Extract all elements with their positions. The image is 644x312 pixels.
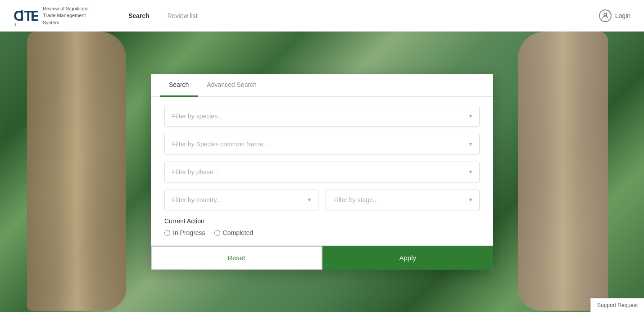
main-content: Search Advanced Search Filter by species… xyxy=(0,32,644,312)
radio-in-progress-label: In Progress xyxy=(173,229,205,236)
common-name-filter-wrapper: Filter by Species common Name... ▼ xyxy=(164,134,480,154)
country-filter[interactable]: Filter by country... xyxy=(164,190,318,210)
reset-button[interactable]: Reset xyxy=(151,246,322,270)
modal-tabs: Search Advanced Search xyxy=(151,74,493,97)
current-action-radio-group: In Progress Completed xyxy=(164,229,480,236)
app-title: Review of Significant Trade Management S… xyxy=(43,5,101,26)
tab-search[interactable]: Search xyxy=(160,74,198,97)
country-stage-row: Filter by country... ▼ Filter by stage..… xyxy=(164,190,480,217)
login-area[interactable]: Login xyxy=(599,9,630,22)
svg-point-4 xyxy=(604,13,607,16)
stage-filter-wrapper: Filter by stage... ▼ xyxy=(326,190,480,210)
current-action-section: Current Action In Progress Completed xyxy=(164,217,480,236)
stage-filter[interactable]: Filter by stage... xyxy=(326,190,480,210)
radio-completed-input[interactable] xyxy=(214,230,220,236)
svg-text:S: S xyxy=(14,23,17,26)
modal-scroll-area[interactable]: Filter by species... ▼ Filter by Species… xyxy=(151,97,493,245)
user-avatar-icon xyxy=(599,9,612,22)
apply-button[interactable]: Apply xyxy=(322,246,494,270)
species-filter[interactable]: Filter by species... xyxy=(164,106,480,127)
svg-text:E: E xyxy=(31,8,38,24)
support-request-button[interactable]: Support Request xyxy=(590,298,644,312)
nav-review-list[interactable]: Review list xyxy=(168,12,198,19)
current-action-label: Current Action xyxy=(164,217,480,225)
radio-in-progress[interactable]: In Progress xyxy=(164,229,205,236)
country-filter-wrapper: Filter by country... ▼ xyxy=(164,190,318,210)
radio-completed[interactable]: Completed xyxy=(214,229,254,236)
main-nav: Search Review list xyxy=(128,12,198,19)
login-button[interactable]: Login xyxy=(615,12,630,19)
phase-filter[interactable]: Filter by phase... xyxy=(164,162,480,182)
cites-logo-icon: C iT E S xyxy=(14,5,38,27)
app-header: C iT E S Review of Significant Trade Man… xyxy=(0,0,644,32)
logo-area: C iT E S Review of Significant Trade Man… xyxy=(14,5,101,27)
nav-search[interactable]: Search xyxy=(128,12,150,19)
species-filter-wrapper: Filter by species... ▼ xyxy=(164,106,480,127)
search-modal: Search Advanced Search Filter by species… xyxy=(151,74,493,270)
tab-advanced-search[interactable]: Advanced Search xyxy=(198,74,266,97)
radio-completed-label: Completed xyxy=(223,229,254,236)
modal-footer: Reset Apply xyxy=(151,245,493,270)
phase-filter-wrapper: Filter by phase... ▼ xyxy=(164,162,480,182)
radio-in-progress-input[interactable] xyxy=(164,230,170,236)
common-name-filter[interactable]: Filter by Species common Name... xyxy=(164,134,480,154)
